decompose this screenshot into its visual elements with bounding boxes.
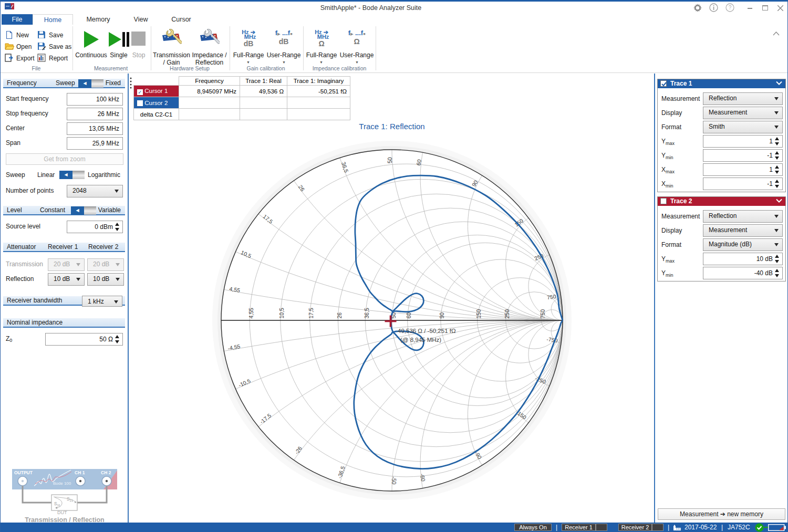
svg-text:750: 750 [540,309,546,319]
svg-text:50: 50 [387,157,393,163]
svg-text:(@ 8,945 MHz): (@ 8,945 MHz) [400,337,441,343]
svg-text:CH 2: CH 2 [101,470,111,475]
svg-text:150: 150 [475,309,482,319]
svg-text:36,5: 36,5 [364,308,370,319]
svg-text:60: 60 [415,159,422,166]
svg-text:-50: -50 [391,476,397,484]
svg-text:750: 750 [546,293,556,300]
svg-text:DUT: DUT [57,510,67,515]
svg-text:17,5: 17,5 [308,308,314,319]
svg-text:60: 60 [406,312,412,319]
svg-text:OUTPUT: OUTPUT [14,470,33,475]
svg-text:CH 1: CH 1 [75,470,85,475]
svg-text:4,55: 4,55 [248,308,254,319]
svg-text:10,5: 10,5 [278,308,285,319]
svg-text:?: ? [729,5,732,11]
svg-text:49,536 Ω / -50,251 fΩ: 49,536 Ω / -50,251 fΩ [398,328,456,334]
svg-text:26: 26 [336,312,343,319]
svg-text:90: 90 [439,312,445,319]
svg-text:Bode 100: Bode 100 [53,481,71,486]
svg-text:250: 250 [504,309,510,319]
